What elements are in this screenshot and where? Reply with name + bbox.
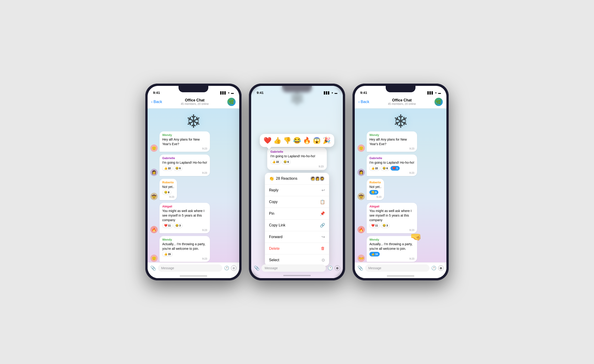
chat-avatar-left[interactable]: 🌿 [227, 98, 236, 106]
sticker-hands: 🤜 [410, 232, 422, 242]
avatar-gabrielle-r1: 👩 [358, 169, 365, 176]
sender-abigail-1: Abigail [162, 205, 207, 208]
camera-icon-middle[interactable]: ⊕ [335, 265, 340, 271]
message-group-abigail-1: 🔥 Abigail You might as well ask where I … [150, 203, 236, 233]
context-menu: 👏 28 Reactions 🧑 👩 🧔 Reply ↩ Co [265, 173, 329, 266]
reaction-badge-laugh[interactable]: 😂6 [174, 166, 182, 171]
emoji-heart[interactable]: ❤️ [263, 137, 271, 144]
avatar-gabrielle-1: 👩 [150, 169, 158, 176]
chat-background-right: ❄ 🙂 Wendy Hey all! Any plans for New Yea… [355, 108, 446, 262]
back-button-right[interactable]: ‹ Back [358, 99, 369, 104]
bubble-wendy-r1[interactable]: Wendy Hey all! Any plans for New Year's … [367, 131, 417, 152]
context-menu-copy-link[interactable]: Copy Link 🔗 [265, 219, 329, 231]
phone-left: 9:41 ▋▋▋ ✦ ▬ ‹ Back Office Chat 45 membe… [145, 84, 242, 280]
bubble-wendy-1[interactable]: Wendy Hey all! Any plans for New Year's … [160, 131, 210, 152]
time-roberto-1: 9:23 [162, 196, 174, 198]
reactions-wendy-2: 👍15 [162, 252, 207, 256]
text-roberto-1: Not yet.. [162, 185, 174, 189]
context-menu-forward[interactable]: Forward ↪ [265, 231, 329, 243]
reply-label: Reply [269, 188, 278, 192]
reaction-r-laugh[interactable]: 😂6 [381, 166, 390, 171]
message-input-right[interactable]: Message [365, 265, 429, 272]
emoji-thumbs-up[interactable]: 👍 [273, 137, 281, 144]
reaction-badge-thumbs[interactable]: 👍22 [162, 166, 173, 171]
forward-label: Forward [269, 235, 283, 239]
back-button-left[interactable]: ‹ Back [151, 99, 162, 104]
reactions-gabrielle-1: 👍22 😂6 [162, 166, 207, 171]
clock-icon-right[interactable]: 🕐 [431, 265, 436, 271]
emoji-confetti[interactable]: 🎉 [323, 137, 331, 144]
back-arrow-right: ‹ [358, 99, 360, 104]
emoji-thumbs-down[interactable]: 👎 [283, 137, 291, 144]
reaction-r-heart[interactable]: ❤️1 [391, 166, 399, 171]
paperclip-icon-middle[interactable]: 📎 [254, 265, 260, 271]
avatar-abigail-r1: 🔥 [358, 226, 365, 233]
reaction-badge-thumbs2[interactable]: 👍15 [162, 252, 173, 256]
message-group-wendy-r2: 👐 Wendy Actually... I'm throwing a party… [358, 236, 444, 262]
status-time-right: 9:41 [360, 91, 367, 94]
text-gabrielle-1: I'm going to Lapland! Ho-ho-ho! [162, 160, 207, 165]
camera-icon-right[interactable]: ⊕ [438, 265, 444, 271]
emoji-laugh[interactable]: 😂 [293, 137, 301, 144]
home-indicator-left [148, 274, 239, 278]
ctx-reaction-thumbs[interactable]: 👍22 [270, 159, 281, 164]
signal-icon-middle: ▋▋▋ [324, 91, 330, 94]
pin-label: Pin [269, 212, 274, 216]
time-roberto-r1: 9:23 [369, 196, 381, 198]
context-menu-delete[interactable]: Delete 🗑 [265, 243, 329, 254]
bubble-wendy-2[interactable]: Wendy Actually... I'm throwing a party, … [160, 236, 210, 262]
message-group-wendy-r1: 🙂 Wendy Hey all! Any plans for New Year'… [358, 131, 444, 152]
chat-subtitle-right: 45 members, 20 online [388, 102, 416, 106]
time-wendy-r2: 9:23 [369, 257, 414, 260]
time-abigail-1: 9:23 [162, 229, 207, 232]
bubble-gabrielle-r1[interactable]: Gabrielle I'm going to Lapland! Ho-ho-ho… [367, 154, 417, 176]
context-menu-reply[interactable]: Reply ↩ [265, 185, 329, 196]
reaction-badge-heart[interactable]: ❤️11 [162, 223, 173, 228]
chat-avatar-right[interactable]: 🌿 [434, 98, 443, 106]
nav-title-left: Office Chat 45 members, 20 online [181, 98, 209, 106]
camera-icon-left[interactable]: ⊕ [231, 265, 236, 271]
reaction-r-thumbs[interactable]: 👍22 [369, 166, 380, 171]
message-group-wendy-2: 🙂 Wendy Actually... I'm throwing a party… [150, 236, 236, 262]
reaction-r-heart2[interactable]: ❤️11 [369, 223, 380, 228]
reaction-badge-sad[interactable]: 😢8 [162, 190, 171, 195]
clock-icon-middle[interactable]: 🕐 [328, 265, 333, 271]
clock-icon-left[interactable]: 🕐 [224, 265, 229, 271]
reaction-badge-laugh2[interactable]: 😂3 [174, 223, 182, 228]
reaction-r-thumbs3[interactable]: 👍16 [369, 252, 380, 256]
text-abigail-1: You might as well ask where I see myself… [162, 209, 207, 222]
reactions-info: 👏 28 Reactions [269, 176, 297, 181]
time-gabrielle-1: 9:23 [162, 172, 207, 174]
sender-gabrielle-1: Gabrielle [162, 156, 207, 160]
bubble-roberto-r1[interactable]: Roberto Not yet.. 😢9 9:23 [367, 179, 384, 200]
message-input-middle[interactable]: Message [262, 265, 326, 272]
delete-icon: 🗑 [321, 246, 325, 251]
bubble-abigail-r1[interactable]: Abigail You might as well ask where I se… [367, 203, 417, 233]
reaction-r-sad[interactable]: 😢9 [369, 190, 378, 195]
emoji-shocked[interactable]: 😱 [313, 137, 321, 144]
copy-icon: 📋 [320, 199, 325, 205]
bubble-gabrielle-1[interactable]: Gabrielle I'm going to Lapland! Ho-ho-ho… [160, 154, 210, 176]
context-menu-pin[interactable]: Pin 📌 [265, 208, 329, 219]
back-label-left: Back [154, 99, 162, 104]
message-input-left[interactable]: Message [158, 265, 222, 272]
sender-abigail-r1: Abigail [369, 205, 414, 208]
paperclip-icon-right[interactable]: 📎 [358, 265, 363, 271]
context-menu-copy[interactable]: Copy 📋 [265, 196, 329, 208]
text-wendy-2: Actually... I'm throwing a party, you're… [162, 242, 207, 251]
bubble-roberto-1[interactable]: Roberto Not yet.. 😢8 9:23 [160, 179, 177, 200]
copy-link-label: Copy Link [269, 223, 285, 227]
text-wendy-1: Hey all! Any plans for New Year's Eve? [162, 137, 207, 146]
battery-icon-left: ▬ [231, 91, 234, 94]
context-reactions: 👍22 😂6 [270, 159, 324, 164]
bubble-abigail-1[interactable]: Abigail You might as well ask where I se… [160, 203, 210, 233]
reaction-r-laugh3[interactable]: 😂3 [381, 223, 390, 228]
context-menu-reactions[interactable]: 👏 28 Reactions 🧑 👩 🧔 [265, 173, 329, 185]
bubble-wendy-r2[interactable]: Wendy Actually... I'm throwing a party, … [367, 236, 417, 262]
ctx-reaction-laugh[interactable]: 😂6 [282, 159, 290, 164]
paperclip-icon-left[interactable]: 📎 [150, 265, 156, 271]
emoji-fire[interactable]: 🔥 [303, 137, 311, 144]
copy-label: Copy [269, 200, 277, 204]
message-group-gabrielle-1: 👩 Gabrielle I'm going to Lapland! Ho-ho-… [150, 154, 236, 176]
notch-right [386, 86, 415, 92]
